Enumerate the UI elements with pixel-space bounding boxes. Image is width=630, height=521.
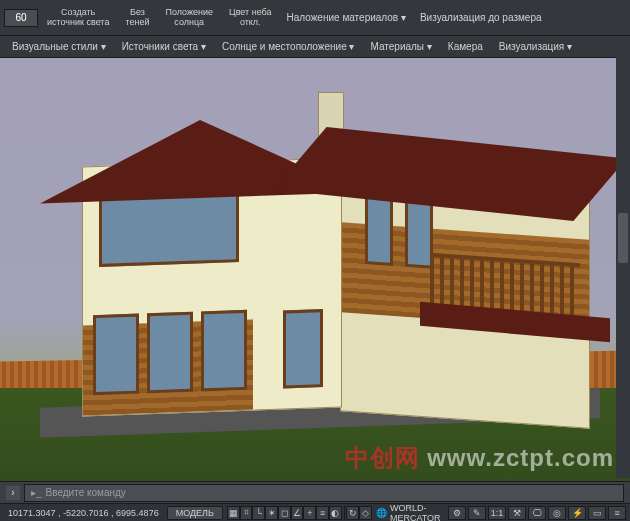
snap-icon[interactable]: ⌗ [240,506,253,520]
monitor-icon[interactable]: 🖵 [528,506,546,520]
sun-position-button[interactable]: Положение солнца [158,5,220,31]
materials-group[interactable]: Материалы ▾ [365,39,438,54]
materials-overlay-dropdown[interactable]: Наложение материалов ▾ [281,10,412,25]
track-icon[interactable]: ∠ [291,506,304,520]
render-size-dropdown[interactable]: Визуализация до размера [414,10,548,25]
light-sources-group[interactable]: Источники света ▾ [116,39,212,54]
osnap-icon[interactable]: ◻ [278,506,291,520]
command-input[interactable]: ▸_ Введите команду [24,484,624,502]
clean-icon[interactable]: ▭ [588,506,606,520]
btn-line2: солнца [174,18,204,28]
visual-styles-group[interactable]: Визуальные стили ▾ [6,39,112,54]
isolate-icon[interactable]: ◎ [548,506,566,520]
exposure-value[interactable]: 60 [4,9,38,27]
vertical-scrollbar[interactable] [616,36,630,478]
ribbon-top: 60 Создать источник света Без теней Поло… [0,0,630,36]
cycle-icon[interactable]: ↻ [346,506,359,520]
dyn-icon[interactable]: + [303,506,316,520]
space-toggle[interactable]: МОДЕЛЬ [167,506,223,520]
prompt-icon: ▸_ [31,487,42,498]
viewport-3d[interactable]: 中创网 www.zctpt.com [0,58,630,500]
sky-color-button[interactable]: Цвет неба откл. [222,5,279,31]
coord-system-label[interactable]: WORLD-MERCATOR [390,503,444,521]
scale-label[interactable]: 1:1 [488,506,506,520]
grid-icon[interactable]: ▦ [227,506,240,520]
globe-icon: 🌐 [376,508,387,518]
shadows-button[interactable]: Без теней [118,5,156,31]
btn-line2: источник света [47,18,109,28]
anno-icon[interactable]: ✎ [468,506,486,520]
ann-scale-icon[interactable]: ⚙ [448,506,466,520]
visualization-group[interactable]: Визуализация ▾ [493,39,578,54]
custom-icon[interactable]: ≡ [608,506,626,520]
btn-line2: откл. [240,18,261,28]
lwt-icon[interactable]: ≡ [316,506,329,520]
coordinate-readout: 10171.3047 , -5220.7016 , 6995.4876 [0,508,167,518]
sun-location-group[interactable]: Солнце и местоположение ▾ [216,39,361,54]
ribbon-panel-labels: Визуальные стили ▾ Источники света ▾ Сол… [0,36,630,58]
workspace-icon[interactable]: ⚒ [508,506,526,520]
label: Наложение материалов ▾ [287,12,406,23]
command-history-button[interactable]: › [6,486,20,500]
polar-icon[interactable]: ✶ [265,506,278,520]
camera-group[interactable]: Камера [442,39,489,54]
status-bar: 10171.3047 , -5220.7016 , 6995.4876 МОДЕ… [0,503,630,521]
label: Визуализация до размера [420,12,542,23]
ortho-icon[interactable]: └ [252,506,265,520]
btn-line2: теней [125,18,149,28]
create-light-button[interactable]: Создать источник света [40,5,116,31]
hw-accel-icon[interactable]: ⚡ [568,506,586,520]
command-placeholder: Введите команду [46,487,126,498]
3dosnap-icon[interactable]: ◇ [359,506,372,520]
transparency-icon[interactable]: ◐ [329,506,342,520]
command-bar: › ▸_ Введите команду [0,481,630,503]
